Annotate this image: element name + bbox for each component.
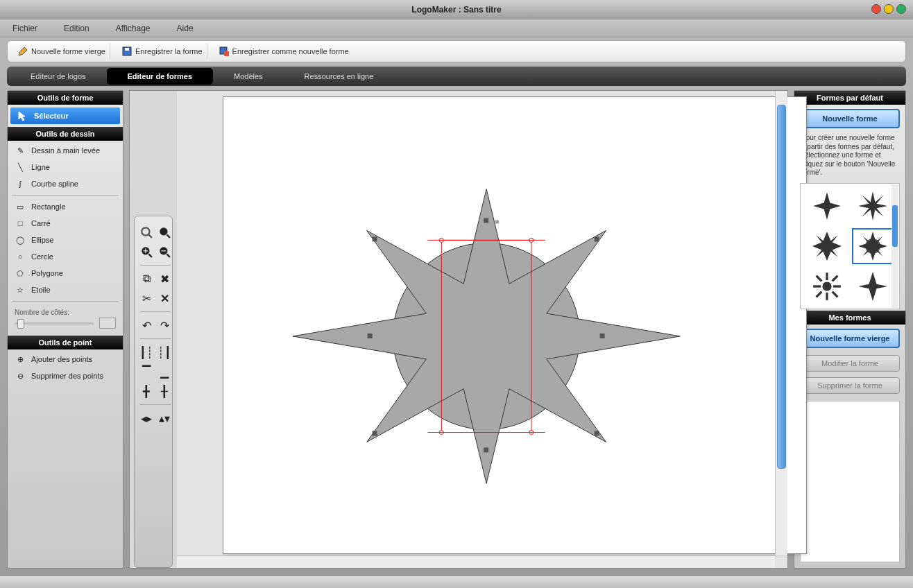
shape-thumb-selected[interactable]	[852, 228, 894, 264]
flip-h-button[interactable]: ◂▸	[140, 412, 153, 424]
my-shapes-list	[800, 401, 900, 563]
divider	[140, 265, 171, 266]
tool-label: Etoile	[31, 286, 51, 294]
gallery-scrollbar[interactable]	[891, 184, 898, 308]
align-left-button[interactable]: ┃┊	[140, 346, 153, 358]
my-shapes-header: Mes formes	[794, 311, 905, 325]
shape-thumb-burst[interactable]	[806, 268, 848, 304]
tool-spline[interactable]: ∫Courbe spline	[8, 175, 123, 192]
svg-rect-24	[595, 236, 599, 241]
tool-polygon[interactable]: ⬠Polygone	[8, 265, 123, 282]
center-area: ⧉ ✖ ✂ ✕ ↶ ↷ ┃┊ ┊┃ ▔ ▁ ╋ ╂ ◂▸ ▴▾	[129, 90, 788, 569]
tab-online-resources[interactable]: Ressources en ligne	[284, 68, 395, 85]
tool-label: Rectangle	[31, 202, 66, 211]
tool-add-points[interactable]: ⊕Ajouter des points	[8, 351, 123, 368]
tool-label: Carré	[31, 219, 51, 227]
align-top-button[interactable]: ▔	[140, 365, 153, 378]
toolbar-label: Enregistrer la forme	[135, 47, 203, 55]
circle-icon: ○	[15, 251, 26, 262]
tool-delete-points[interactable]: ⊖Supprimer des points	[8, 368, 123, 384]
scrollbar-thumb[interactable]	[892, 205, 898, 247]
zoom-out-button[interactable]	[158, 245, 171, 258]
save-shape-button[interactable]: Enregistrer la forme	[117, 44, 207, 59]
minimize-icon[interactable]	[884, 4, 894, 14]
align-right-button[interactable]: ┊┃	[158, 346, 171, 358]
square-icon: □	[15, 218, 26, 229]
shape-thumb-4point[interactable]	[806, 188, 848, 224]
tool-label: Ajouter des points	[31, 355, 92, 363]
cut-button[interactable]: ✂	[140, 292, 153, 304]
cursor-icon	[17, 110, 28, 121]
svg-rect-31	[495, 220, 499, 223]
canvas-wrap	[177, 91, 787, 568]
zoom-fit-button[interactable]	[158, 226, 171, 239]
svg-rect-25	[600, 334, 605, 338]
clear-button[interactable]: ✕	[158, 292, 171, 304]
maximize-icon[interactable]	[896, 4, 906, 14]
tab-shape-editor[interactable]: Editeur de formes	[107, 68, 214, 85]
tab-templates[interactable]: Modèles	[213, 68, 284, 85]
rectangle-icon: ▭	[15, 201, 26, 212]
tool-freehand[interactable]: ✎Dessin à main levée	[8, 142, 123, 159]
right-panel: Formes par défaut Nouvelle forme Pour cr…	[794, 90, 906, 569]
svg-rect-23	[484, 218, 488, 223]
shape-thumb-8point-bold[interactable]	[806, 228, 848, 264]
vertical-toolbox: ⧉ ✖ ✂ ✕ ↶ ↷ ┃┊ ┊┃ ▔ ▁ ╋ ╂ ◂▸ ▴▾	[134, 216, 173, 568]
tool-label: Dessin à main levée	[31, 146, 100, 155]
align-center-v-button[interactable]: ╂	[158, 385, 171, 397]
tool-selector[interactable]: Sélecteur	[10, 107, 120, 124]
draw-tools-header: Outils de dessin	[8, 127, 123, 141]
divider	[12, 195, 119, 196]
spline-icon: ∫	[15, 178, 26, 189]
align-bottom-button[interactable]: ▁	[158, 365, 171, 378]
svg-line-40	[817, 291, 822, 297]
vertical-scrollbar[interactable]	[775, 91, 787, 555]
shape-thumb-diamond-star[interactable]	[852, 268, 894, 304]
svg-line-5	[148, 234, 152, 238]
menu-file[interactable]: Fichier	[12, 24, 37, 33]
sides-slider[interactable]	[15, 322, 94, 325]
save-as-new-button[interactable]: Enregistrer comme nouvelle forme	[214, 44, 353, 59]
tool-circle[interactable]: ○Cercle	[8, 248, 123, 265]
slider-thumb-icon[interactable]	[17, 319, 24, 329]
delete-button[interactable]: ✖	[158, 273, 171, 285]
tool-rectangle[interactable]: ▭Rectangle	[8, 198, 123, 215]
copy-button[interactable]: ⧉	[140, 273, 153, 285]
new-shape-button[interactable]: Nouvelle forme	[800, 109, 900, 128]
save-new-icon	[219, 46, 230, 57]
flip-v-button[interactable]: ▴▾	[158, 412, 171, 424]
tool-ellipse[interactable]: ◯Ellipse	[8, 232, 123, 248]
menu-edit[interactable]: Edition	[64, 24, 89, 33]
horizontal-scrollbar[interactable]	[177, 555, 775, 568]
divider	[140, 404, 171, 405]
point-tools-header: Outils de point	[8, 336, 123, 349]
redo-button[interactable]: ↷	[158, 319, 171, 331]
sides-value-box	[99, 318, 116, 329]
scrollbar-thumb[interactable]	[777, 105, 786, 469]
tab-logo-editor[interactable]: Editeur de logos	[10, 68, 107, 85]
tool-square[interactable]: □Carré	[8, 215, 123, 232]
polygon-icon: ⬠	[15, 268, 26, 279]
menu-help[interactable]: Aide	[177, 24, 194, 33]
svg-line-39	[833, 291, 838, 297]
modify-shape-button[interactable]: Modifier la forme	[800, 355, 900, 372]
align-center-h-button[interactable]: ╋	[140, 385, 153, 397]
zoom-reset-button[interactable]	[140, 226, 153, 239]
sides-control[interactable]	[8, 318, 123, 334]
tool-line[interactable]: ╲Ligne	[8, 159, 123, 175]
undo-button[interactable]: ↶	[140, 319, 153, 331]
menu-view[interactable]: Affichage	[116, 24, 151, 33]
zoom-in-button[interactable]	[140, 245, 153, 258]
delete-shape-button[interactable]: Supprimer la forme	[800, 377, 900, 394]
svg-rect-1	[125, 48, 129, 51]
shape-thumb-8point-thin[interactable]	[852, 188, 894, 224]
tool-label: Polygone	[31, 269, 63, 277]
canvas[interactable]	[223, 96, 807, 554]
left-panel: Outils de forme Sélecteur Outils de dess…	[7, 90, 123, 569]
close-icon[interactable]	[871, 4, 881, 14]
tool-label: Cercle	[31, 252, 53, 261]
new-blank-shape-button[interactable]: Nouvelle forme vierge	[800, 329, 900, 348]
new-blank-shape-button[interactable]: Nouvelle forme vierge	[13, 44, 110, 59]
tool-star[interactable]: ☆Etoile	[8, 282, 123, 298]
svg-rect-29	[368, 334, 373, 338]
